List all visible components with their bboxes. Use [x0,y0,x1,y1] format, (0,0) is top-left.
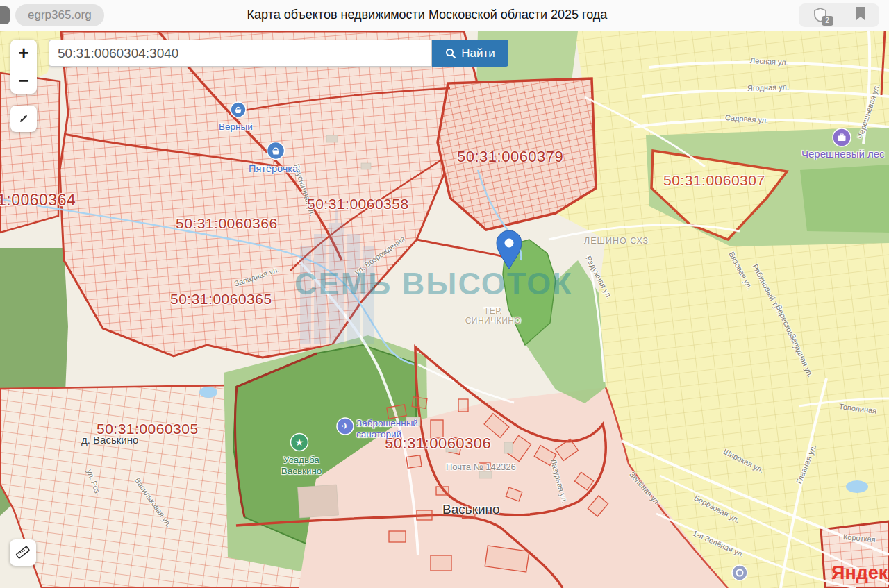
search-icon [445,48,456,59]
search-input[interactable] [49,40,432,67]
svg-text:✈: ✈ [342,421,349,431]
street-label: Лесная ул. [750,56,788,67]
bookmark-icon[interactable] [854,6,867,24]
cadastral-label: 1:0060364 [0,191,76,210]
search-button[interactable]: Найти [432,40,508,67]
cadastral-label: 50:31:0060365 [170,290,272,308]
yandex-attribution[interactable]: Яндекс [831,562,889,584]
shield-badge: 2 [822,16,833,26]
shield-icon[interactable]: 2 [812,7,829,24]
place-label-leshino: ЛЕШИНО СХЗ [584,236,649,246]
ruler-button[interactable] [10,539,36,566]
zoom-out-button[interactable]: − [10,67,37,94]
expand-icon [16,111,31,126]
bookmark-glyph [854,6,867,22]
watermark-text: СЕМЬ ВЫСОТОК [294,266,573,302]
poi-label-usadba-vaskino[interactable]: Усадьба Васькино [275,455,328,477]
header-actions: 2 [799,3,879,27]
header-bar: egrp365.org Карта объектов недвижимости … [0,0,889,31]
zoom-in-button[interactable]: + [10,40,37,67]
cadastral-label: 50:31:0060358 [307,195,409,212]
zoom-panel: + − [10,40,37,94]
shop-verny-icon[interactable] [231,102,246,117]
map-canvas[interactable]: ★ ✈ СЕМЬ ВЫСОТОК 1:0060364 50:31:0060366… [0,31,889,588]
svg-text:★: ★ [295,437,304,448]
sanatorium-icon[interactable]: ✈ [337,418,354,435]
search-bar: Найти [49,40,508,67]
usadba-vaskino-icon[interactable]: ★ [291,434,308,451]
shop-pyaterochka-icon[interactable] [267,142,285,160]
poi-label-sanatorium[interactable]: Заброшенный санаторий [356,418,418,440]
place-label-vaskino: Васькино [442,502,500,518]
poi-label-verny[interactable]: Верный [219,121,253,133]
search-button-label: Найти [461,47,495,60]
place-label-d-vaskino: д. Васькино [81,434,138,446]
poi-icon[interactable] [732,565,747,580]
street-label: Ягодная ул. [747,83,789,93]
fullscreen-button[interactable] [10,106,37,132]
cadastral-label: 50:31:0060379 [457,148,563,166]
site-logo[interactable]: egrp365.org [15,4,104,26]
poi-label-chereshnevy-les[interactable]: Черешневый лес [801,148,885,160]
place-label-post-office: Почта № 142326 [446,462,516,473]
poi-label-pyaterochka[interactable]: Пятёрочка [249,163,298,175]
page-title: Карта объектов недвижимости Московской о… [247,8,608,22]
cadastral-label: 50:31:0060366 [176,215,278,232]
village-chereshnevy-les-icon[interactable] [833,128,851,146]
place-label-sinichkino: ТЕР. СИНИЧКИНО [461,306,525,326]
cadastral-label: 50:31:0060307 [663,171,765,189]
browser-button-cut[interactable] [0,6,10,24]
ruler-icon [13,542,33,563]
